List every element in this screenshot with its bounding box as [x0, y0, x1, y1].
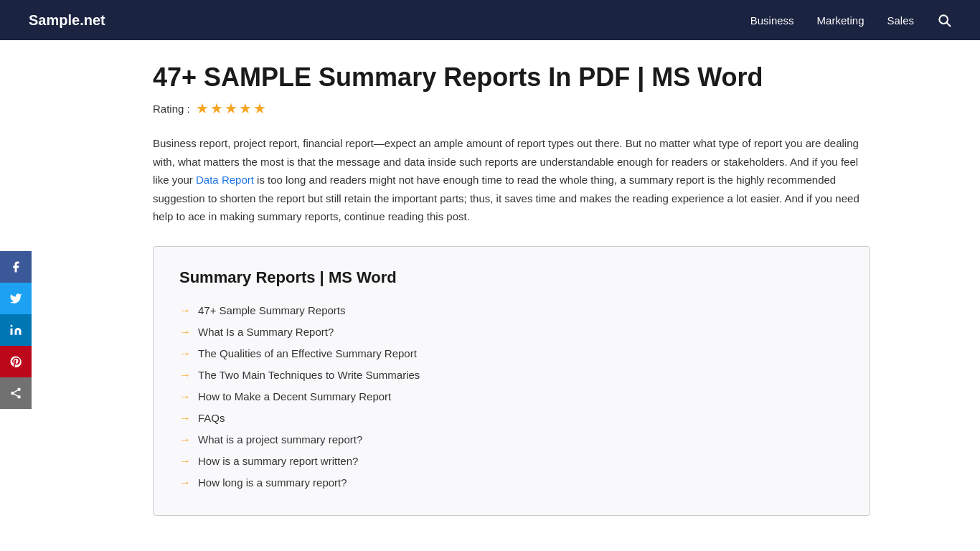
toc-arrow-icon: → [179, 369, 191, 382]
main-content: 47+ SAMPLE Summary Reports In PDF | MS W… [81, 40, 899, 545]
twitter-icon [9, 292, 22, 305]
toc-item-link[interactable]: The Two Main Techniques to Write Summari… [198, 369, 420, 381]
toc-list-item: →What Is a Summary Report? [179, 321, 844, 343]
pinterest-share-button[interactable] [0, 346, 32, 377]
search-button[interactable] [937, 13, 951, 27]
share-button[interactable] [0, 377, 32, 409]
toc-list-item: →How is a summary report written? [179, 451, 844, 472]
toc-item-link[interactable]: What is a project summary report? [198, 433, 362, 446]
article-text-after-link: is too long and readers might not have e… [153, 174, 859, 222]
toc-item-link[interactable]: How long is a summary report? [198, 476, 347, 489]
linkedin-share-button[interactable] [0, 314, 32, 346]
twitter-share-button[interactable] [0, 283, 32, 314]
facebook-icon [9, 260, 22, 273]
nav-business[interactable]: Business [750, 14, 794, 27]
toc-list-item: →How to Make a Decent Summary Report [179, 386, 844, 408]
svg-line-7 [14, 394, 17, 396]
toc-item-link[interactable]: What Is a Summary Report? [198, 326, 334, 338]
toc-arrow-icon: → [179, 390, 191, 403]
star-1: ★ [196, 100, 209, 117]
svg-point-3 [11, 325, 13, 327]
nav-links: Business Marketing Sales [750, 13, 951, 27]
star-2: ★ [210, 100, 223, 117]
toc-arrow-icon: → [179, 455, 191, 468]
toc-list-item: →FAQs [179, 408, 844, 429]
toc-list-item: →The Qualities of an Effective Summary R… [179, 343, 844, 364]
rating-row: Rating : ★ ★ ★ ★ ★ [153, 100, 870, 117]
toc-arrow-icon: → [179, 347, 191, 360]
toc-list: →47+ Sample Summary Reports→What Is a Su… [179, 300, 844, 494]
toc-list-item: →How long is a summary report? [179, 472, 844, 494]
star-3: ★ [225, 100, 237, 117]
linkedin-icon [9, 324, 22, 336]
toc-item-link[interactable]: FAQs [198, 412, 225, 424]
svg-point-5 [11, 392, 14, 395]
toc-arrow-icon: → [179, 433, 191, 446]
article-intro: Business report, project report, financi… [153, 134, 870, 226]
star-5: ★ [253, 100, 266, 117]
search-icon [937, 13, 951, 27]
facebook-share-button[interactable] [0, 251, 32, 283]
nav-sales[interactable]: Sales [887, 14, 914, 27]
data-report-link[interactable]: Data Report [196, 174, 254, 186]
toc-arrow-icon: → [179, 412, 191, 425]
toc-title: Summary Reports | MS Word [179, 268, 844, 287]
svg-point-4 [17, 388, 21, 392]
share-icon [9, 387, 22, 400]
navbar: Sample.net Business Marketing Sales [0, 0, 980, 40]
svg-line-1 [947, 23, 950, 26]
toc-item-link[interactable]: How is a summary report written? [198, 455, 358, 467]
toc-item-link[interactable]: How to Make a Decent Summary Report [198, 390, 391, 402]
toc-list-item: →What is a project summary report? [179, 429, 844, 451]
svg-point-0 [939, 15, 948, 24]
toc-arrow-icon: → [179, 476, 191, 489]
rating-label: Rating : [153, 103, 190, 115]
svg-line-8 [14, 390, 17, 392]
toc-arrow-icon: → [179, 326, 191, 339]
page-title: 47+ SAMPLE Summary Reports In PDF | MS W… [153, 62, 870, 93]
toc-item-link[interactable]: 47+ Sample Summary Reports [198, 304, 346, 316]
social-sidebar [0, 251, 32, 409]
nav-marketing[interactable]: Marketing [817, 14, 864, 27]
svg-rect-2 [11, 329, 13, 335]
star-4: ★ [239, 100, 252, 117]
toc-list-item: →The Two Main Techniques to Write Summar… [179, 364, 844, 386]
stars-container: ★ ★ ★ ★ ★ [196, 100, 266, 117]
brand-logo[interactable]: Sample.net [29, 12, 105, 29]
pinterest-icon [9, 355, 22, 368]
toc-item-link[interactable]: The Qualities of an Effective Summary Re… [198, 347, 417, 359]
toc-arrow-icon: → [179, 304, 191, 317]
toc-box: Summary Reports | MS Word →47+ Sample Su… [153, 246, 870, 516]
toc-list-item: →47+ Sample Summary Reports [179, 300, 844, 321]
svg-point-6 [17, 395, 21, 399]
